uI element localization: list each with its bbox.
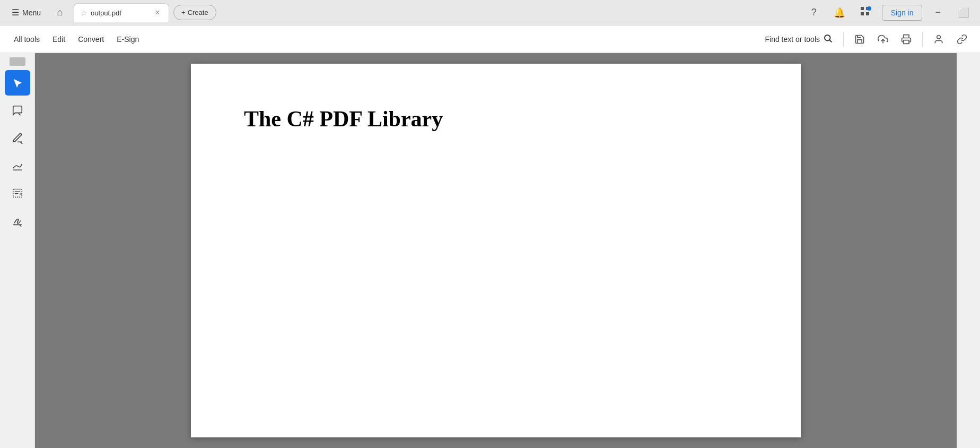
all-tools-button[interactable]: All tools <box>8 32 45 47</box>
svg-line-9 <box>18 114 20 116</box>
share-icon <box>933 34 944 45</box>
svg-line-5 <box>829 40 832 42</box>
cursor-icon <box>12 77 23 89</box>
hamburger-icon: ☰ <box>12 7 19 18</box>
maximize-button[interactable]: ⬜ <box>953 5 974 21</box>
home-button[interactable]: ⌂ <box>50 3 69 22</box>
esign-button[interactable]: E-Sign <box>111 32 144 47</box>
toolbar-divider-2 <box>922 32 923 47</box>
highlight-tool-button[interactable] <box>5 125 30 151</box>
bell-icon: 🔔 <box>834 7 845 19</box>
convert-button[interactable]: Convert <box>73 32 109 47</box>
svg-point-8 <box>937 35 941 39</box>
svg-point-4 <box>825 35 830 41</box>
toolbar-right: Find text or tools <box>761 30 972 49</box>
main-area: AI The C# PDF Library <box>0 53 980 448</box>
svg-rect-2 <box>861 12 864 15</box>
scroll-handle[interactable] <box>10 57 25 66</box>
menu-label: Menu <box>22 8 41 17</box>
pdf-viewer[interactable]: The C# PDF Library <box>35 53 957 448</box>
text-ai-tool-button[interactable]: AI <box>5 180 30 206</box>
toolbar-divider-1 <box>843 32 844 47</box>
comment-tool-button[interactable] <box>5 98 30 123</box>
tab-star-icon: ☆ <box>81 8 88 17</box>
signature-tool-button[interactable] <box>5 208 30 234</box>
tab-filename: output.pdf <box>91 9 121 17</box>
print-button[interactable] <box>897 30 916 49</box>
upload-icon <box>878 34 888 45</box>
highlight-icon <box>12 132 23 144</box>
svg-rect-7 <box>904 40 909 44</box>
link-button[interactable] <box>952 30 972 49</box>
create-plus-icon: + <box>181 8 186 16</box>
edit-button[interactable]: Edit <box>47 32 71 47</box>
save-icon <box>854 34 865 45</box>
share-button[interactable] <box>929 30 948 49</box>
find-tools-label: Find text or tools <box>765 35 820 44</box>
text-ai-icon: AI <box>12 187 23 199</box>
svg-rect-0 <box>861 7 864 10</box>
apps-button[interactable] <box>856 4 873 21</box>
browser-right-actions: ? 🔔 Sign in − ⬜ <box>806 4 974 21</box>
apps-notification-dot <box>867 6 871 11</box>
pdf-title: The C# PDF Library <box>244 106 443 132</box>
tab-close-button[interactable]: × <box>153 8 162 18</box>
select-tool-button[interactable] <box>5 70 30 96</box>
svg-text:AI: AI <box>19 193 21 196</box>
find-tools-button[interactable]: Find text or tools <box>761 31 837 47</box>
signature-icon <box>12 215 23 227</box>
help-icon: ? <box>811 7 817 18</box>
left-tools-panel: AI <box>0 53 35 448</box>
sign-in-button[interactable]: Sign in <box>882 5 923 21</box>
right-panel <box>957 53 980 448</box>
draw-tool-button[interactable] <box>5 153 30 178</box>
create-label: Create <box>188 8 208 16</box>
home-icon: ⌂ <box>57 7 63 18</box>
link-icon <box>957 34 967 45</box>
create-button[interactable]: + Create <box>173 5 216 20</box>
print-icon <box>901 34 912 45</box>
find-tools-search-icon <box>823 33 833 45</box>
pdf-tab[interactable]: ☆ output.pdf × <box>74 3 169 22</box>
browser-chrome: ☰ Menu ⌂ ☆ output.pdf × + Create ? 🔔 <box>0 0 980 25</box>
notifications-button[interactable]: 🔔 <box>831 4 848 21</box>
save-button[interactable] <box>850 30 869 49</box>
comment-icon <box>12 105 23 116</box>
pdf-page: The C# PDF Library <box>191 64 801 437</box>
menu-button[interactable]: ☰ Menu <box>6 5 46 20</box>
draw-icon <box>12 160 23 171</box>
help-button[interactable]: ? <box>806 4 822 21</box>
svg-rect-3 <box>866 12 869 15</box>
minimize-button[interactable]: − <box>931 5 945 20</box>
upload-button[interactable] <box>873 30 892 49</box>
acrobat-toolbar: All tools Edit Convert E-Sign Find text … <box>0 25 980 53</box>
